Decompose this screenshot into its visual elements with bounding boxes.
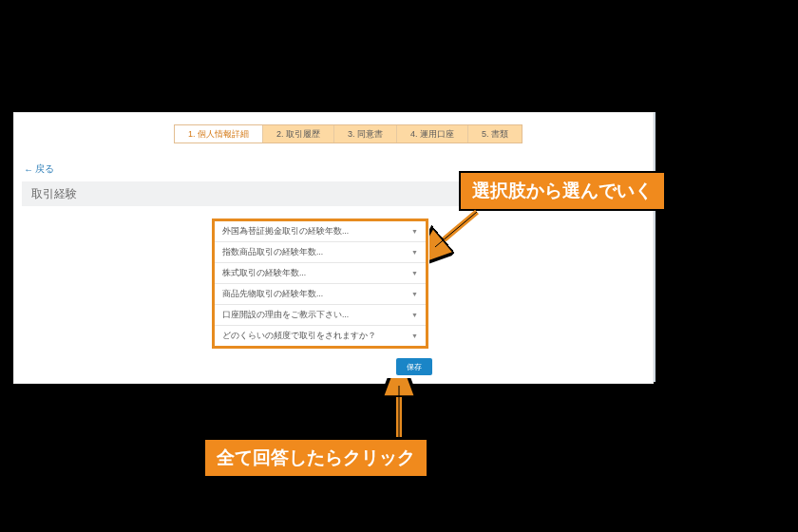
dropdown-forex-years[interactable]: 外国為替証拠金取引の経験年数... ▼ bbox=[215, 221, 426, 241]
chevron-down-icon: ▼ bbox=[411, 312, 418, 318]
step-documents[interactable]: 5. 書類 bbox=[467, 125, 522, 142]
experience-dropdown-group: 外国為替証拠金取引の経験年数... ▼ 指数商品取引の経験年数... ▼ 株式取… bbox=[212, 218, 428, 349]
step-label: 1. 個人情報詳細 bbox=[188, 128, 249, 141]
back-link[interactable]: ← 戻る bbox=[24, 162, 54, 176]
dropdown-index-years[interactable]: 指数商品取引の経験年数... ▼ bbox=[215, 241, 426, 262]
step-agreement[interactable]: 3. 同意書 bbox=[333, 125, 396, 142]
dropdown-label: 商品先物取引の経験年数... bbox=[222, 289, 323, 300]
annotation-text: 選択肢から選んでいく bbox=[472, 180, 653, 200]
dropdown-label: 外国為替証拠金取引の経験年数... bbox=[222, 226, 349, 238]
save-label: 保存 bbox=[407, 362, 422, 372]
dropdown-label: 口座開設の理由をご教示下さい... bbox=[222, 310, 349, 321]
form-card: 1. 個人情報詳細 2. 取引履歴 3. 同意書 4. 運用口座 5. 書類 ←… bbox=[13, 112, 654, 384]
step-account[interactable]: 4. 運用口座 bbox=[396, 125, 467, 142]
dropdown-account-reason[interactable]: 口座開設の理由をご教示下さい... ▼ bbox=[215, 304, 426, 325]
annotation-select-callout: 選択肢から選んでいく bbox=[459, 171, 666, 211]
annotation-text: 全て回答したらクリック bbox=[217, 447, 415, 467]
back-label: 戻る bbox=[35, 162, 54, 176]
dropdown-futures-years[interactable]: 商品先物取引の経験年数... ▼ bbox=[215, 283, 426, 304]
back-arrow-icon: ← bbox=[24, 164, 33, 175]
dropdown-frequency[interactable]: どのくらいの頻度で取引をされますか？ ▼ bbox=[215, 325, 426, 346]
step-label: 2. 取引履歴 bbox=[276, 128, 320, 141]
step-trade-history[interactable]: 2. 取引履歴 bbox=[262, 125, 333, 142]
step-personal-info[interactable]: 1. 個人情報詳細 bbox=[175, 125, 262, 142]
chevron-down-icon: ▼ bbox=[411, 270, 418, 276]
dropdown-label: どのくらいの頻度で取引をされますか？ bbox=[222, 331, 376, 342]
chevron-down-icon: ▼ bbox=[411, 332, 418, 339]
chevron-down-icon: ▼ bbox=[411, 291, 418, 297]
dropdown-stock-years[interactable]: 株式取引の経験年数... ▼ bbox=[215, 262, 426, 283]
chevron-down-icon: ▼ bbox=[411, 228, 418, 235]
annotation-click-callout: 全て回答したらクリック bbox=[203, 438, 428, 478]
section-title: 取引経験 bbox=[31, 186, 77, 202]
chevron-down-icon: ▼ bbox=[411, 249, 418, 256]
step-label: 5. 書類 bbox=[482, 128, 508, 141]
save-button[interactable]: 保存 bbox=[396, 358, 432, 375]
annotation-arrow-icon bbox=[380, 378, 418, 441]
steps-breadcrumb: 1. 個人情報詳細 2. 取引履歴 3. 同意書 4. 運用口座 5. 書類 bbox=[174, 124, 522, 143]
dropdown-label: 指数商品取引の経験年数... bbox=[222, 247, 323, 258]
dropdown-label: 株式取引の経験年数... bbox=[222, 268, 306, 279]
step-label: 4. 運用口座 bbox=[410, 128, 454, 141]
step-label: 3. 同意書 bbox=[348, 128, 383, 141]
